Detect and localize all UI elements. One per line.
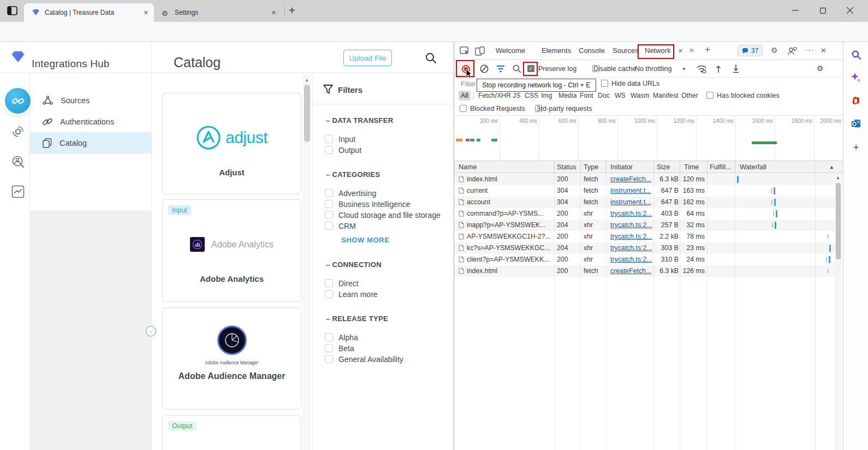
network-request-row[interactable]: command?p=AP-YSMS...200xhrtrycatch.ts:2.…: [454, 208, 835, 220]
sidebar-copilot-icon[interactable]: [851, 73, 861, 82]
type-filter-font[interactable]: Font: [578, 91, 596, 100]
scroll-up-icon[interactable]: ▲: [305, 78, 309, 82]
rail-integrations-icon[interactable]: [5, 88, 31, 114]
request-initiator[interactable]: trycatch.ts:2...: [610, 244, 652, 252]
request-initiator[interactable]: createFetch...: [610, 175, 651, 183]
devtools-close-icon[interactable]: ✕: [821, 46, 827, 55]
type-filter-doc[interactable]: Doc: [596, 91, 612, 100]
upload-file-button[interactable]: Upload File: [343, 50, 392, 66]
catalog-card-partial[interactable]: Output: [162, 415, 301, 450]
type-filter-wasm[interactable]: Wasm: [628, 91, 651, 100]
browser-tab-settings[interactable]: ⚙ Settings ✕: [155, 3, 282, 22]
checkbox[interactable]: [325, 200, 333, 208]
network-request-row[interactable]: AP-YSMSWEKKGC1H-2?...200xhrtrycatch.ts:2…: [454, 231, 835, 242]
network-request-row[interactable]: client?p=AP-YSMSWEKK...200xhrtrycatch.ts…: [454, 254, 835, 265]
throttling-select[interactable]: No throttling: [635, 65, 671, 73]
clear-network-log-icon[interactable]: [480, 64, 489, 73]
workspaces-icon[interactable]: [7, 5, 18, 16]
filter-option-direct[interactable]: Direct: [325, 279, 451, 287]
sidebar-collapse-button[interactable]: ‹: [146, 326, 156, 336]
filter-option-learn-more[interactable]: Learn more: [325, 290, 451, 298]
checkbox[interactable]: [325, 146, 333, 154]
network-conditions-icon[interactable]: [697, 64, 706, 73]
request-initiator[interactable]: instrument.t...: [610, 198, 651, 206]
request-initiator[interactable]: trycatch.ts:2...: [610, 210, 652, 217]
filter-input[interactable]: Filter: [461, 80, 476, 88]
blocked-requests-checkbox[interactable]: [460, 105, 467, 112]
filter-option-output[interactable]: Output: [325, 146, 451, 154]
sidebar-customize-icon[interactable]: +: [851, 143, 861, 152]
catalog-card-adobe-analytics[interactable]: Input Adobe Analytics Adobe Analytics: [162, 199, 301, 302]
tab-close-icon[interactable]: ✕: [144, 9, 148, 16]
show-more-link[interactable]: SHOW MORE: [341, 236, 451, 244]
checkbox[interactable]: [325, 344, 333, 352]
import-har-icon[interactable]: [715, 64, 722, 73]
checkbox[interactable]: [325, 189, 333, 197]
request-initiator[interactable]: trycatch.ts:2...: [610, 221, 652, 229]
type-filter-img[interactable]: Img: [539, 91, 555, 100]
catalog-card-adobe-audience-manager[interactable]: Adobe Audience Manager Adobe Audience Ma…: [162, 307, 301, 410]
network-search-icon[interactable]: [513, 64, 521, 73]
type-filter-all[interactable]: All: [459, 91, 471, 100]
catalog-card-adjust[interactable]: adjust Adjust: [162, 93, 301, 194]
devtools-tab-elements[interactable]: Elements: [542, 42, 571, 60]
filter-toggle-icon[interactable]: [497, 66, 504, 72]
feedback-icon[interactable]: [787, 46, 797, 55]
filter-section-heading[interactable]: DATA TRANSFER: [326, 116, 451, 125]
checkbox[interactable]: [325, 135, 333, 143]
checkbox[interactable]: [325, 222, 333, 230]
filter-option-advertising[interactable]: Advertising: [325, 189, 451, 197]
table-scroll-up-icon[interactable]: ▲: [836, 175, 840, 180]
device-toolbar-icon[interactable]: [475, 46, 485, 56]
devtools-settings-icon[interactable]: ⚙: [771, 46, 778, 55]
checkbox[interactable]: [325, 355, 333, 363]
filter-option-cloud-storage-and-file-storage[interactable]: Cloud storage and file storage: [325, 211, 451, 219]
type-filter-css[interactable]: CSS: [522, 91, 540, 100]
hide-data-urls-checkbox[interactable]: [601, 80, 608, 87]
sidebar-outlook-icon[interactable]: [851, 119, 861, 128]
sidebar-item-authentications[interactable]: Authentications: [29, 111, 151, 132]
network-request-row[interactable]: inapp?p=AP-YSMSWEK...204xhrtrycatch.ts:2…: [454, 220, 835, 231]
browser-tab-catalog[interactable]: Catalog | Treasure Data ✕: [24, 3, 154, 22]
new-tab-button[interactable]: +: [289, 4, 295, 17]
filter-option-crm[interactable]: CRM: [325, 222, 451, 230]
issues-counter[interactable]: 37: [738, 45, 763, 56]
type-filter-js[interactable]: JS: [510, 91, 522, 100]
filter-option-alpha[interactable]: Alpha: [325, 333, 451, 341]
checkbox[interactable]: [325, 290, 333, 298]
export-har-icon[interactable]: [732, 64, 740, 73]
add-devtools-tab-icon[interactable]: +: [705, 44, 710, 55]
request-initiator[interactable]: trycatch.ts:2...: [610, 233, 652, 240]
throttling-dropdown-icon[interactable]: ▼: [682, 67, 686, 72]
filter-option-beta[interactable]: Beta: [325, 344, 451, 352]
devtools-menu-icon[interactable]: ···: [805, 45, 815, 54]
filter-option-input[interactable]: Input: [325, 135, 451, 143]
table-scrollbar-thumb[interactable]: [836, 183, 841, 259]
filter-option-business-intelligence[interactable]: Business Intelligence: [325, 200, 451, 208]
window-close-button[interactable]: [837, 0, 863, 21]
type-filter-media[interactable]: Media: [556, 91, 579, 100]
type-filter-manifest[interactable]: Manifest: [651, 91, 680, 100]
network-request-row[interactable]: kc?s=AP-YSMSWEKKGC...204xhrtrycatch.ts:2…: [454, 242, 835, 254]
request-initiator[interactable]: trycatch.ts:2...: [610, 256, 652, 263]
filter-section-heading[interactable]: CONNECTION: [326, 260, 451, 269]
network-request-row[interactable]: account304fetchinstrument.t...647 B162 m…: [454, 197, 835, 208]
filter-section-heading[interactable]: CATEGORIES: [326, 170, 451, 179]
devtools-tab-sources[interactable]: Sources: [613, 42, 639, 60]
network-request-row[interactable]: index.html200fetchcreateFetch...6.3 kB12…: [454, 174, 835, 185]
checkbox[interactable]: [325, 211, 333, 219]
rail-audit-icon[interactable]: [11, 155, 25, 168]
inspect-element-icon[interactable]: [460, 46, 469, 56]
window-minimize-button[interactable]: [783, 0, 808, 21]
rail-insights-icon[interactable]: [11, 185, 25, 198]
type-filter-other[interactable]: Other: [679, 91, 700, 100]
filter-option-general-availability[interactable]: General Availability: [325, 355, 451, 363]
more-tabs-icon[interactable]: »: [689, 45, 694, 54]
request-initiator[interactable]: instrument.t...: [610, 187, 651, 194]
sort-ascending-icon[interactable]: ▲: [829, 164, 834, 170]
rail-control-icon[interactable]: [11, 125, 25, 138]
devtools-tab-console[interactable]: Console: [579, 42, 605, 60]
catalog-scrollbar-thumb[interactable]: [304, 85, 310, 142]
devtools-tab-welcome[interactable]: Welcome: [496, 42, 525, 60]
filter-section-heading[interactable]: RELEASE TYPE: [326, 315, 451, 323]
